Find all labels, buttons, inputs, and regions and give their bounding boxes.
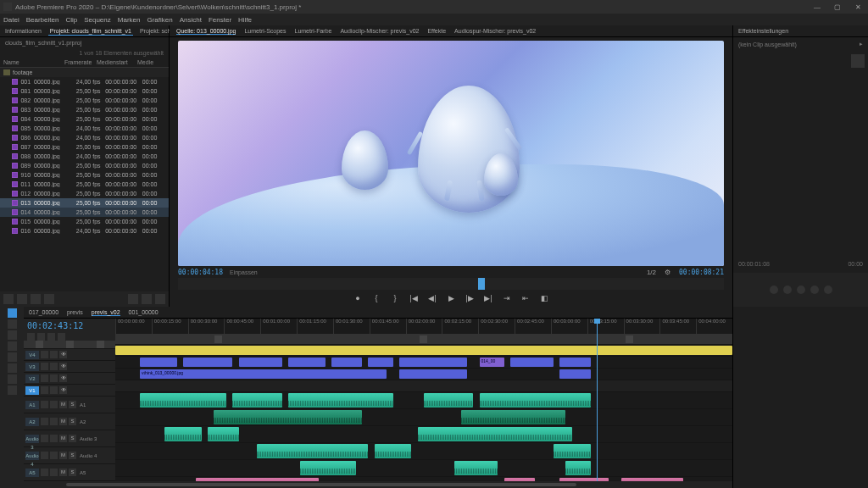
icon-view-icon[interactable] [31,294,41,304]
clip-row[interactable]: 084_00000.jpg25,00 fps00:00:00:0000:00 [0,114,169,124]
menu-sequenz[interactable]: Sequenz [84,16,111,24]
track-solo-icon[interactable]: S [69,452,76,459]
timeline-clip[interactable] [565,461,590,475]
source-tab[interactable]: Quelle: 013_00000.jpg [176,28,236,35]
track-visible-icon[interactable]: 👁 [59,374,67,382]
timeline-clip[interactable] [140,358,177,367]
track-target[interactable]: A1 [25,401,39,409]
source-tab[interactable]: Lumetri-Farbe [294,28,331,34]
close-button[interactable]: ✕ [851,3,865,11]
trash-icon[interactable] [155,294,165,304]
track-lock-icon[interactable] [41,418,48,425]
clip-row[interactable]: 016_00000.jpg24,00 fps00:00:00:0000:00 [0,226,169,236]
source-tab[interactable]: Audiospur-Mischer: previs_v02 [454,28,536,34]
snap-icon[interactable] [27,333,35,341]
timeline-clip[interactable] [288,358,326,367]
timeline-clip[interactable] [257,444,368,458]
track-header[interactable]: V3👁 [24,360,115,372]
timeline-clip[interactable] [214,410,362,424]
clip-row[interactable]: 089_00000.jpg25,00 fps00:00:00:0000:00 [0,161,169,170]
track-lock-icon[interactable] [41,374,48,382]
timeline-clip[interactable] [164,427,202,441]
razor-tool[interactable] [8,341,17,351]
timeline-clip[interactable] [559,369,590,379]
find-icon[interactable] [128,294,138,304]
link-icon[interactable] [37,333,45,341]
track-target[interactable]: V3 [25,363,39,371]
col-framerate[interactable]: Framerate [64,59,97,65]
track-solo-icon[interactable]: S [69,401,76,408]
track-target[interactable]: Audio 4 [25,452,39,460]
util-btn-3[interactable] [797,286,805,294]
timeline-clip[interactable] [232,393,281,408]
util-btn-1[interactable] [770,286,778,294]
goto-in-icon[interactable]: |◀ [408,292,420,304]
source-tab[interactable]: Audioclip-Mischer: previs_v02 [340,28,419,34]
menu-hilfe[interactable]: Hilfe [238,16,252,24]
list-view-icon[interactable] [17,294,27,304]
track-visible-icon[interactable]: M [59,401,67,408]
track-lock-icon[interactable] [41,435,48,442]
track-target[interactable]: A2 [25,418,39,426]
col-mediaend[interactable]: Medie [137,59,163,65]
source-scale[interactable]: 1/2 [647,269,656,276]
timeline-clip[interactable] [208,427,238,441]
overwrite-icon[interactable]: ⇤ [520,292,531,304]
track-target[interactable]: Audio 3 [25,435,39,443]
track-target[interactable]: V1 [25,386,39,395]
timeline-clip[interactable] [559,358,590,367]
track-solo-icon[interactable]: S [69,469,76,476]
timeline-clip[interactable]: vthink_013_00000.jpg [140,369,387,379]
sequence-tab[interactable]: 017_00000 [29,309,58,315]
timeline-clip[interactable] [331,358,362,367]
timeline-clip[interactable] [288,393,393,408]
track-visible-icon[interactable]: 👁 [59,363,67,370]
track-lane[interactable] [115,380,732,391]
source-tc-out[interactable]: 00:00:08:21 [679,269,724,276]
clip-row[interactable]: 088_00000.jpg24,00 fps00:00:00:0000:00 [0,152,169,161]
track-header[interactable]: Audio 3MSAudio 3 [24,430,115,446]
track-lane[interactable] [115,425,732,442]
clip-row[interactable]: 012_00000.jpg25,00 fps00:00:00:0000:00 [0,189,169,198]
marker-add-icon[interactable] [47,333,55,341]
timeline-clip[interactable] [375,444,412,458]
menu-clip[interactable]: Clip [65,16,77,24]
source-tc-in[interactable]: 00:00:04:18 [178,269,223,276]
timeline-clip[interactable] [480,393,591,408]
new-bin-icon[interactable] [3,294,14,304]
track-visible-icon[interactable]: 👁 [59,351,67,358]
col-name[interactable]: Name [3,59,64,65]
track-target[interactable]: V4 [25,351,39,359]
sequence-tab[interactable]: previs [67,309,83,315]
timeline-clip[interactable] [454,461,498,475]
track-lock-icon[interactable] [41,401,48,408]
clip-row[interactable]: 013_00000.jpg25,00 fps00:00:00:0000:00 [0,198,169,208]
track-lane[interactable] [115,344,732,356]
track-sync-icon[interactable] [50,469,58,476]
track-sync-icon[interactable] [50,452,58,459]
track-select-tool[interactable] [8,319,17,329]
track-lane[interactable]: 014_00 [115,356,732,368]
clip-row[interactable]: 087_00000.jpg25,00 fps00:00:00:0000:00 [0,142,169,152]
track-header[interactable]: Audio 4MSAudio 4 [24,446,115,463]
timeline-clip[interactable] [183,358,232,367]
ripple-tool[interactable] [8,330,17,340]
timeline-zoom[interactable] [24,481,732,488]
timeline-clip[interactable] [115,346,732,355]
track-lane[interactable] [115,408,732,425]
menu-datei[interactable]: Datei [3,16,19,24]
timeline-clip[interactable] [239,358,282,367]
track-header[interactable]: A2MSA2 [24,413,115,430]
goto-out-icon[interactable]: ▶| [482,292,494,304]
track-visible-icon[interactable]: M [59,418,67,425]
timeline-clip[interactable] [461,410,566,424]
freeform-view-icon[interactable] [44,294,54,304]
clip-row[interactable]: 011_00000.jpg25,00 fps00:00:00:0000:00 [0,180,169,189]
bin-row[interactable]: footage [0,68,169,77]
track-sync-icon[interactable] [50,435,58,442]
track-sync-icon[interactable] [50,351,58,358]
project-tab[interactable]: Projekt: clouds_film_schnitt_v1 [48,27,133,36]
track-visible-icon[interactable]: 👁 [59,386,67,394]
marker-icon[interactable]: ● [352,292,364,304]
track-header[interactable]: V1👁 [24,384,115,396]
